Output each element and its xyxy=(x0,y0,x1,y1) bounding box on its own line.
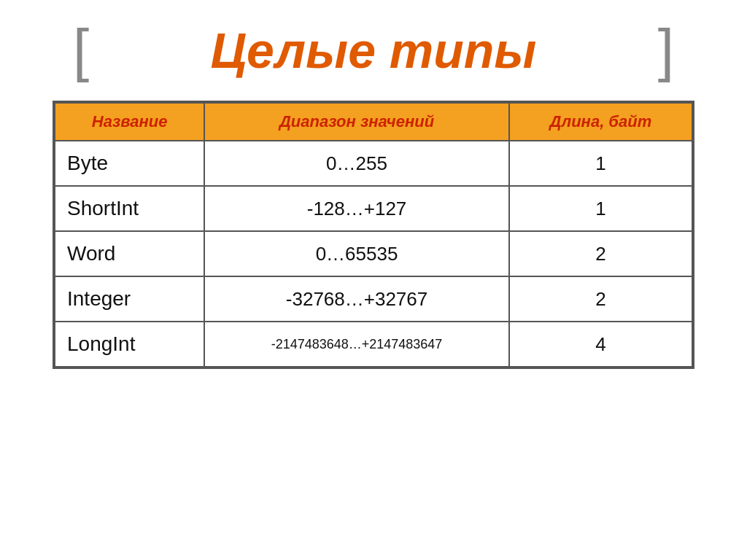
type-range: -128…+127 xyxy=(204,186,509,231)
table-row: Integer -32768…+32767 2 xyxy=(55,276,692,322)
type-name: Integer xyxy=(55,276,204,322)
type-name: Word xyxy=(55,231,204,276)
type-name: ShortInt xyxy=(55,186,204,231)
table-row: ShortInt -128…+127 1 xyxy=(55,186,692,231)
bracket-left-icon: [ xyxy=(73,21,89,79)
type-size: 4 xyxy=(509,322,692,367)
col-header-size: Длина, байт xyxy=(509,103,692,141)
integer-types-table: Название Диапазон значений Длина, байт B… xyxy=(54,102,693,368)
table-row: LongInt -2147483648…+2147483647 4 xyxy=(55,322,692,367)
data-table-container: Название Диапазон значений Длина, байт B… xyxy=(53,101,694,369)
title-area: [ Целые типы ] xyxy=(44,15,703,86)
table-row: Byte 0…255 1 xyxy=(55,141,692,186)
type-size: 1 xyxy=(509,186,692,231)
table-header-row: Название Диапазон значений Длина, байт xyxy=(55,103,692,141)
type-name: Byte xyxy=(55,141,204,186)
type-range: 0…255 xyxy=(204,141,509,186)
bracket-right-icon: ] xyxy=(658,21,674,79)
page-title: Целые типы xyxy=(211,22,537,79)
table-row: Word 0…65535 2 xyxy=(55,231,692,276)
col-header-range: Диапазон значений xyxy=(204,103,509,141)
type-size: 2 xyxy=(509,231,692,276)
type-range: -32768…+32767 xyxy=(204,276,509,322)
type-size: 2 xyxy=(509,276,692,322)
type-name: LongInt xyxy=(55,322,204,367)
col-header-name: Название xyxy=(55,103,204,141)
type-range: 0…65535 xyxy=(204,231,509,276)
type-range: -2147483648…+2147483647 xyxy=(204,322,509,367)
type-size: 1 xyxy=(509,141,692,186)
page-container: [ Целые типы ] Название Диапазон значени… xyxy=(0,0,747,560)
